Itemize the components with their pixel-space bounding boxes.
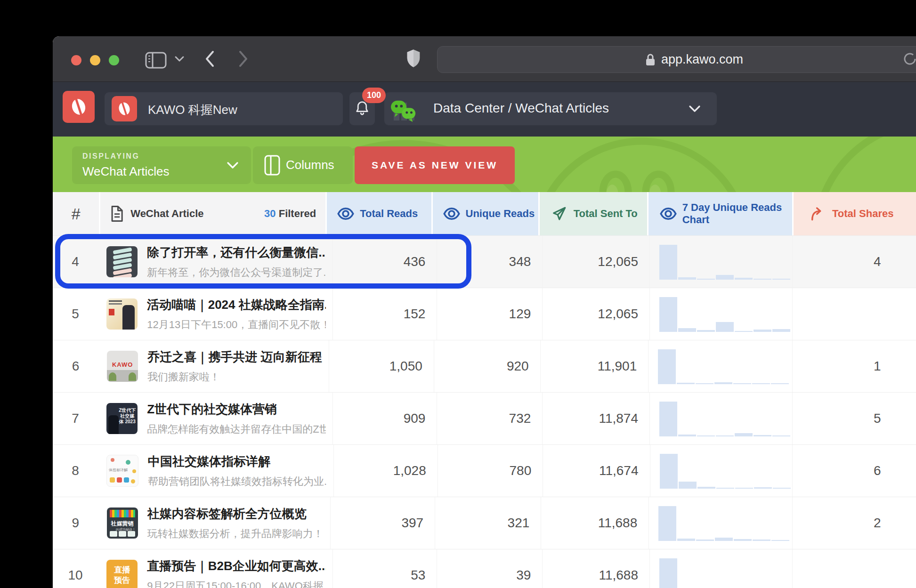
shield-icon[interactable] <box>406 49 421 68</box>
total-reads-value: 397 <box>330 497 435 549</box>
row-number: 5 <box>53 288 98 340</box>
minimize-window-button[interactable] <box>90 55 100 65</box>
seven-day-reads-chart <box>659 245 790 280</box>
total-sent-to-value: 11,688 <box>541 497 648 549</box>
screenshot-stage: app.kawo.com KAWO 科握New 100 <box>0 0 916 588</box>
article-title[interactable]: 乔迁之喜｜携手共进 迈向新征程 <box>147 349 322 365</box>
article-thumbnail: KAWO <box>107 351 138 382</box>
article-thumbnail <box>106 246 138 277</box>
row-number: 7 <box>53 393 98 444</box>
table-row[interactable]: 5 活动喵喵｜2024 社媒战略全指南... 12月13日下午15:00，直播间… <box>53 288 916 340</box>
lock-icon <box>645 53 656 66</box>
column-header-index[interactable]: # <box>53 192 99 235</box>
browser-window: app.kawo.com KAWO 科握New 100 <box>53 36 916 588</box>
table-row[interactable]: 8 体指标详解 中国社交媒体指标详解 帮助营销团队将社媒绩效指 <box>53 444 916 497</box>
total-reads-value: 1,028 <box>333 445 438 497</box>
displaying-label: DISPLAYING <box>82 152 139 161</box>
total-reads-value: 152 <box>332 288 437 340</box>
close-window-button[interactable] <box>71 55 81 65</box>
total-sent-to-label: Total Sent To <box>574 208 638 220</box>
chevron-down-icon <box>689 105 701 113</box>
total-shares-value: 2 <box>793 516 881 531</box>
table-row[interactable]: 9 社媒营销 的成功秘诀！ 社媒内容标签解析全方位概览 玩转社媒数据分析，提升品… <box>53 497 916 549</box>
total-sent-to-value: 12,065 <box>542 236 649 288</box>
back-button[interactable] <box>204 50 215 68</box>
send-icon <box>551 206 567 222</box>
seven-day-reads-chart <box>659 402 790 436</box>
save-as-new-view-button[interactable]: SAVE AS NEW VIEW <box>355 146 515 184</box>
notification-count-badge: 100 <box>362 88 386 103</box>
column-header-total-shares[interactable]: Total Shares <box>792 192 916 235</box>
row-number: 6 <box>53 340 98 392</box>
unique-reads-value: 920 <box>434 340 540 392</box>
app-header: KAWO 科握New 100 Data Center / WeChat Arti… <box>53 82 916 137</box>
article-subtitle: 我们搬新家啦！ <box>147 370 322 384</box>
article-thumbnail: 社媒营销 的成功秘诀！ <box>107 507 138 539</box>
table-row[interactable]: 10 直播 预告 直播预告｜B2B企业如何更高效... 9月22日周五15:00… <box>53 549 916 588</box>
column-header-article[interactable]: WeChat Article 30 Filtered <box>99 192 325 235</box>
column-header-unique-reads[interactable]: Unique Reads <box>431 192 538 235</box>
breadcrumb: Data Center / WeChat Articles <box>433 101 609 116</box>
view-toolbar: DISPLAYING WeChat Articles Columns SAVE … <box>53 137 916 192</box>
browser-toolbar: app.kawo.com <box>53 36 916 82</box>
article-thumbnail <box>106 298 138 330</box>
total-sent-to-value: 11,901 <box>540 340 648 392</box>
address-bar-content: app.kawo.com <box>645 52 743 67</box>
unique-reads-value: 348 <box>437 236 542 288</box>
article-title[interactable]: 除了打开率，还有什么衡量微信... <box>147 244 326 261</box>
channel-nav-dropdown[interactable]: Data Center / WeChat Articles <box>384 92 717 125</box>
url-text: app.kawo.com <box>661 52 743 67</box>
table-body: 4 除了打开率，还有什么衡量微信... 新年将至，你为微信公众号渠道制定了...… <box>53 235 916 588</box>
total-sent-to-value: 11,874 <box>542 393 649 444</box>
total-sent-to-value: 12,065 <box>542 288 649 340</box>
document-icon <box>110 205 124 222</box>
forward-button[interactable] <box>238 50 249 68</box>
total-shares-value: 6 <box>793 463 881 478</box>
filtered-count[interactable]: 30 <box>264 208 276 219</box>
column-header-7day-chart[interactable]: 7 Day Unique Reads Chart <box>647 192 792 235</box>
hash-icon: # <box>72 205 81 223</box>
unique-reads-value: 321 <box>435 497 541 549</box>
total-reads-value: 1,050 <box>329 340 434 392</box>
table-row[interactable]: 7 Z世代下 社交媒体 2023 Z世代下的社交媒体营销 品牌怎样能有效触达并留… <box>53 392 916 444</box>
column-header-total-reads[interactable]: Total Reads <box>325 192 431 235</box>
article-title[interactable]: Z世代下的社交媒体营销 <box>147 401 326 418</box>
chart-column-label-line2: Chart <box>682 214 709 226</box>
table-row[interactable]: 6 KAWO 乔迁之喜｜携手共进 迈向新征程 我们搬新家啦！ 1,050 920… <box>53 340 916 392</box>
table-row[interactable]: 4 除了打开率，还有什么衡量微信... 新年将至，你为微信公众号渠道制定了...… <box>53 235 916 288</box>
article-subtitle: 玩转社媒数据分析，提升品牌影响力！ <box>147 527 324 541</box>
article-thumbnail: 体指标详解 <box>106 455 138 487</box>
columns-button[interactable]: Columns <box>253 146 353 184</box>
workspace-logo <box>112 96 137 121</box>
columns-label: Columns <box>286 158 334 172</box>
column-header-total-sent-to[interactable]: Total Sent To <box>538 192 647 235</box>
columns-icon <box>264 155 280 176</box>
displaying-view-dropdown[interactable]: DISPLAYING WeChat Articles <box>72 146 251 184</box>
kawo-logo[interactable] <box>63 91 95 123</box>
seven-day-reads-chart <box>658 349 789 384</box>
sidebar-toggle-icon[interactable] <box>145 52 167 69</box>
article-title[interactable]: 中国社交媒体指标详解 <box>148 453 327 470</box>
total-shares-value: 5 <box>793 411 881 426</box>
bell-icon <box>355 101 369 117</box>
chevron-down-icon[interactable] <box>174 56 185 62</box>
unique-reads-value: 39 <box>437 549 542 588</box>
article-subtitle: 帮助营销团队将社媒绩效指标转化为业... <box>148 475 327 489</box>
seven-day-reads-chart <box>659 558 790 588</box>
filtered-label[interactable]: Filtered <box>279 208 316 219</box>
article-thumbnail: Z世代下 社交媒体 2023 <box>106 403 138 434</box>
article-title[interactable]: 活动喵喵｜2024 社媒战略全指南... <box>147 297 326 313</box>
eye-icon <box>443 207 460 220</box>
zoom-window-button[interactable] <box>109 55 119 65</box>
eye-icon <box>660 207 677 220</box>
reload-icon[interactable] <box>903 52 916 66</box>
seven-day-reads-chart <box>658 506 789 541</box>
seven-day-reads-chart <box>659 297 790 332</box>
total-reads-value: 909 <box>332 393 437 444</box>
article-title[interactable]: 直播预告｜B2B企业如何更高效... <box>147 558 326 574</box>
article-column-label: WeChat Article <box>130 208 203 220</box>
table-header: # WeChat Article 30 Filtered Total Reads… <box>53 192 916 235</box>
article-title[interactable]: 社媒内容标签解析全方位概览 <box>147 506 324 522</box>
eye-icon <box>337 207 354 220</box>
workspace-selector[interactable]: KAWO 科握New <box>105 92 343 125</box>
